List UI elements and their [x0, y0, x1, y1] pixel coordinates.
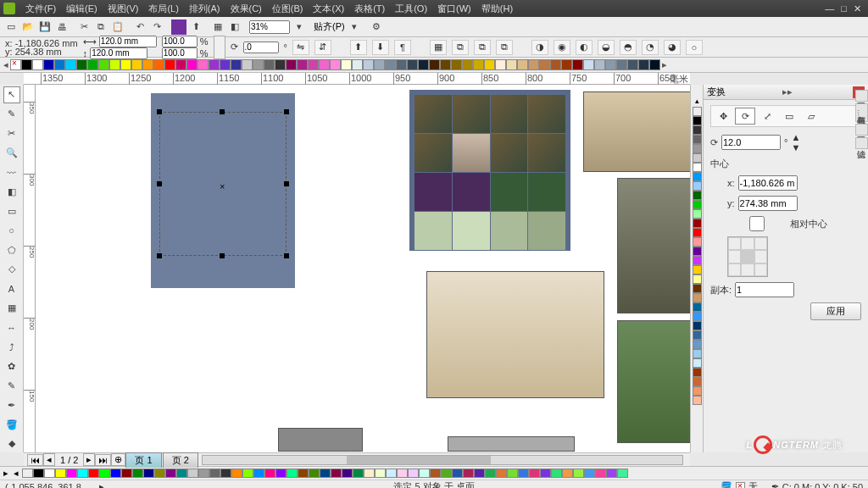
color-swatch[interactable] — [506, 59, 517, 70]
options-button[interactable]: ⚙ — [369, 19, 384, 35]
color-swatch[interactable] — [253, 59, 264, 70]
mirror-v-button[interactable]: ⇵ — [314, 40, 331, 55]
color-swatch[interactable] — [231, 59, 242, 70]
color-swatch[interactable] — [418, 59, 429, 70]
color-swatch[interactable] — [242, 59, 253, 70]
color-swatch[interactable] — [121, 469, 132, 478]
menu-file[interactable]: 文件(F) — [20, 1, 61, 17]
color-swatch[interactable] — [473, 59, 484, 70]
color-swatch[interactable] — [693, 321, 702, 330]
color-swatch[interactable] — [242, 469, 253, 478]
mode-size[interactable]: ▭ — [779, 108, 799, 125]
mirror-h-button[interactable]: ⇋ — [292, 40, 309, 55]
color-swatch[interactable] — [320, 469, 331, 478]
color-swatch[interactable] — [594, 59, 605, 70]
color-swatch[interactable] — [110, 469, 121, 478]
color-swatch[interactable] — [693, 163, 702, 172]
color-swatch[interactable] — [264, 59, 275, 70]
color-swatch[interactable] — [440, 59, 451, 70]
color-swatch[interactable] — [363, 59, 374, 70]
fill-none-swatch[interactable]: × — [736, 482, 745, 488]
color-swatch[interactable] — [231, 469, 242, 478]
rectangle-tool[interactable]: ▭ — [3, 202, 20, 219]
photo-1[interactable] — [583, 92, 690, 172]
color-swatch[interactable] — [693, 228, 702, 237]
color-swatch[interactable] — [627, 59, 638, 70]
color-swatch[interactable] — [275, 469, 287, 478]
color-swatch[interactable] — [693, 172, 702, 181]
connector-tool[interactable]: ⤴ — [3, 339, 20, 356]
color-swatch[interactable] — [451, 59, 462, 70]
page-first-button[interactable]: ⏮ — [27, 454, 43, 466]
color-swatch[interactable] — [220, 59, 231, 70]
color-swatch[interactable] — [98, 59, 109, 70]
text-tool[interactable]: A — [3, 280, 20, 297]
freehand-tool[interactable]: 〰 — [3, 164, 20, 181]
scale-x-input[interactable] — [162, 36, 198, 47]
zoom-level-input[interactable] — [249, 20, 290, 34]
color-swatch[interactable] — [309, 469, 320, 478]
color-swatch[interactable] — [353, 469, 364, 478]
color-swatch[interactable] — [606, 469, 617, 478]
color-swatch[interactable] — [693, 144, 702, 153]
basic-shapes-tool[interactable]: ◇ — [3, 261, 20, 278]
redo-button[interactable]: ↷ — [149, 19, 164, 35]
zoom-tool[interactable]: 🔍 — [3, 145, 20, 162]
no-color-swatch[interactable] — [10, 59, 21, 70]
color-swatch[interactable] — [132, 469, 143, 478]
color-swatch[interactable] — [693, 237, 702, 247]
interactive-fill-tool[interactable]: ◆ — [3, 435, 20, 452]
color-swatch[interactable] — [396, 59, 407, 70]
color-swatch[interactable] — [54, 59, 65, 70]
menu-view[interactable]: 视图(V) — [103, 1, 144, 17]
simplify-button[interactable]: ◓ — [620, 40, 637, 55]
color-swatch[interactable] — [474, 469, 485, 478]
color-swatch[interactable] — [551, 469, 562, 478]
window-minimize-icon[interactable]: — — [821, 3, 837, 14]
color-swatch[interactable] — [408, 469, 419, 478]
color-swatch[interactable] — [407, 59, 418, 70]
paste-button[interactable]: 📋 — [110, 19, 125, 35]
menu-bitmap[interactable]: 位图(B) — [267, 1, 309, 17]
palette-right-arrow[interactable]: ▸ — [660, 59, 669, 70]
trim-button[interactable]: ◐ — [576, 40, 593, 55]
menu-help[interactable]: 帮助(H) — [476, 1, 518, 17]
width-input[interactable] — [99, 36, 157, 47]
color-swatch[interactable] — [693, 396, 702, 405]
front-minus-button[interactable]: ◔ — [642, 40, 659, 55]
color-swatch[interactable] — [616, 59, 627, 70]
dimension-tool[interactable]: ↔ — [3, 319, 20, 336]
color-swatch[interactable] — [595, 469, 606, 478]
color-swatch[interactable] — [287, 469, 298, 478]
color-swatch[interactable] — [131, 59, 142, 70]
color-swatch[interactable] — [99, 469, 110, 478]
color-swatch[interactable] — [693, 200, 702, 209]
color-swatch[interactable] — [198, 469, 209, 478]
color-swatch[interactable] — [693, 274, 702, 284]
smart-fill-tool[interactable]: ◧ — [3, 183, 20, 200]
undo-button[interactable]: ↶ — [132, 19, 147, 35]
color-swatch[interactable] — [584, 469, 595, 478]
spinner-down[interactable]: ▼ — [791, 142, 800, 152]
color-swatch[interactable] — [374, 59, 385, 70]
color-swatch[interactable] — [649, 59, 660, 70]
photo-3[interactable] — [426, 271, 604, 398]
color-swatch[interactable] — [209, 469, 220, 478]
page-prev-button[interactable]: ◂ — [43, 453, 55, 466]
color-swatch[interactable] — [693, 247, 702, 256]
color-swatch[interactable] — [44, 469, 55, 478]
ellipse-tool[interactable]: ○ — [3, 222, 20, 239]
color-swatch[interactable] — [429, 59, 440, 70]
color-swatch[interactable] — [463, 469, 474, 478]
height-input[interactable] — [90, 47, 147, 59]
outline-tool[interactable]: ✒ — [3, 396, 20, 413]
color-swatch[interactable] — [264, 469, 275, 478]
color-swatch[interactable] — [286, 59, 297, 70]
color-swatch[interactable] — [297, 59, 308, 70]
color-swatch[interactable] — [693, 358, 702, 368]
color-swatch[interactable] — [154, 469, 165, 478]
color-swatch[interactable] — [583, 59, 594, 70]
front-button[interactable]: ⬆ — [350, 40, 367, 55]
color-swatch[interactable] — [430, 469, 441, 478]
menu-tools[interactable]: 工具(O) — [390, 1, 432, 17]
